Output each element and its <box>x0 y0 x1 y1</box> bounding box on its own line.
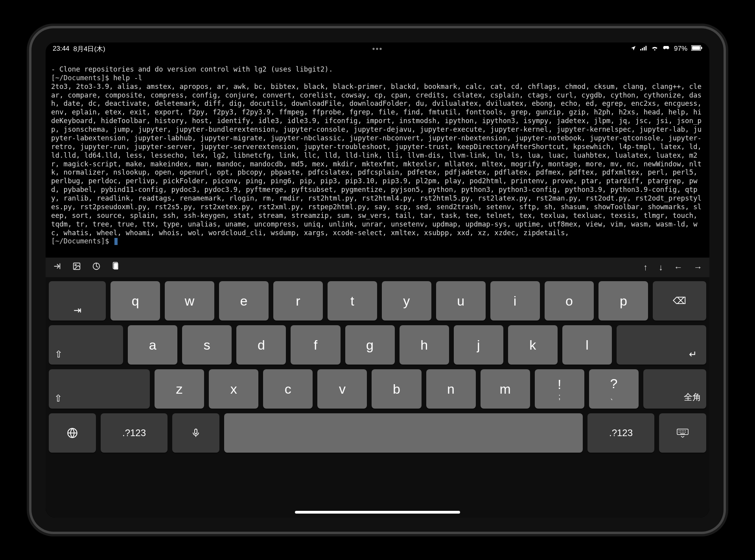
tab-right-icon[interactable] <box>53 262 61 273</box>
cursor <box>114 238 118 245</box>
keyboard-accessory-bar: ↑ ↓ ← → <box>46 258 709 277</box>
caps-key[interactable]: ⇧ <box>49 325 123 365</box>
svg-rect-2 <box>644 47 645 50</box>
shift-key[interactable]: ⇧ <box>49 369 150 409</box>
key-z[interactable]: z <box>155 369 204 409</box>
key-a[interactable]: a <box>128 325 177 365</box>
svg-rect-13 <box>195 429 197 434</box>
cellular-icon <box>640 45 647 52</box>
arrow-down-icon[interactable]: ↓ <box>659 262 663 273</box>
key-p[interactable]: p <box>598 281 648 321</box>
tab-key[interactable]: ⇥ <box>49 281 106 321</box>
status-date: 8月4日(木) <box>74 44 105 53</box>
key-s[interactable]: s <box>182 325 232 365</box>
arrow-left-icon[interactable]: ← <box>674 262 683 273</box>
key-exclaim[interactable]: ! ; <box>535 369 584 409</box>
ipad-device-frame: 23:44 8月4日(木) ••• 97% <box>31 28 724 532</box>
svg-rect-5 <box>692 46 700 50</box>
car-icon <box>662 45 670 52</box>
multitask-dots-icon[interactable]: ••• <box>372 44 383 53</box>
mic-key[interactable] <box>172 413 219 453</box>
key-question[interactable]: ? 、 <box>589 369 639 409</box>
battery-icon <box>691 45 702 52</box>
key-v[interactable]: v <box>317 369 367 409</box>
key-u[interactable]: u <box>436 281 486 321</box>
enter-key[interactable]: ↵ <box>617 325 706 365</box>
timer-icon[interactable] <box>92 262 101 273</box>
numbers-key[interactable]: .?123 <box>101 413 168 453</box>
photo-icon[interactable] <box>72 262 81 273</box>
onscreen-keyboard: ⇥ q w e r t y u i o p ⌫ ⇧ <box>46 277 709 518</box>
zenkaku-key[interactable]: 全角 <box>643 369 706 409</box>
wifi-icon <box>651 45 658 52</box>
key-t[interactable]: t <box>328 281 377 321</box>
svg-rect-0 <box>640 49 641 51</box>
key-w[interactable]: w <box>165 281 214 321</box>
backspace-key[interactable]: ⌫ <box>653 281 706 321</box>
keyboard-row-4: .?123 .?123 <box>49 413 706 453</box>
svg-rect-1 <box>642 48 643 50</box>
keyboard-row-3: ⇧ z x c v b n m ! ; ? 、 全角 <box>49 369 706 409</box>
home-indicator[interactable] <box>295 511 460 514</box>
key-c[interactable]: c <box>263 369 313 409</box>
space-key[interactable] <box>224 413 583 453</box>
key-r[interactable]: r <box>273 281 323 321</box>
key-n[interactable]: n <box>426 369 476 409</box>
key-m[interactable]: m <box>481 369 530 409</box>
keyboard-row-2: ⇧ a s d f g h j k l ↵ <box>49 325 706 365</box>
key-g[interactable]: g <box>345 325 395 365</box>
numbers-key-right[interactable]: .?123 <box>587 413 654 453</box>
key-y[interactable]: y <box>382 281 431 321</box>
arrow-right-icon[interactable]: → <box>694 262 702 273</box>
terminal-line: - Clone repositories and do version cont… <box>51 65 333 73</box>
status-left: 23:44 8月4日(木) <box>53 44 105 53</box>
key-b[interactable]: b <box>372 369 421 409</box>
status-time: 23:44 <box>53 45 70 53</box>
key-l[interactable]: l <box>562 325 612 365</box>
status-right: 97% <box>630 45 702 53</box>
key-k[interactable]: k <box>508 325 558 365</box>
dismiss-keyboard-key[interactable] <box>659 413 706 453</box>
arrow-up-icon[interactable]: ↑ <box>643 262 648 273</box>
terminal-body: 2to3, 2to3-3.9, alias, amstex, apropos, … <box>51 83 706 237</box>
key-q[interactable]: q <box>110 281 160 321</box>
key-j[interactable]: j <box>454 325 503 365</box>
battery-percent: 97% <box>674 45 687 53</box>
key-o[interactable]: o <box>545 281 594 321</box>
svg-point-8 <box>75 265 76 266</box>
terminal-output[interactable]: - Clone repositories and do version cont… <box>46 55 709 258</box>
key-h[interactable]: h <box>400 325 449 365</box>
globe-key[interactable] <box>49 413 96 453</box>
terminal-prompt: [~/Documents]$ <box>51 237 113 245</box>
paste-icon[interactable] <box>112 262 120 273</box>
terminal-prompt: [~/Documents]$ <box>51 74 113 82</box>
svg-rect-3 <box>645 46 646 51</box>
location-icon <box>630 45 636 53</box>
status-bar: 23:44 8月4日(木) ••• 97% <box>46 42 709 55</box>
svg-rect-6 <box>701 47 702 49</box>
screen: 23:44 8月4日(木) ••• 97% <box>46 42 709 518</box>
key-f[interactable]: f <box>291 325 340 365</box>
terminal-command: help -l <box>113 74 142 82</box>
key-d[interactable]: d <box>236 325 286 365</box>
keyboard-row-1: ⇥ q w e r t y u i o p ⌫ <box>49 281 706 321</box>
key-x[interactable]: x <box>209 369 258 409</box>
key-i[interactable]: i <box>490 281 540 321</box>
key-e[interactable]: e <box>219 281 269 321</box>
